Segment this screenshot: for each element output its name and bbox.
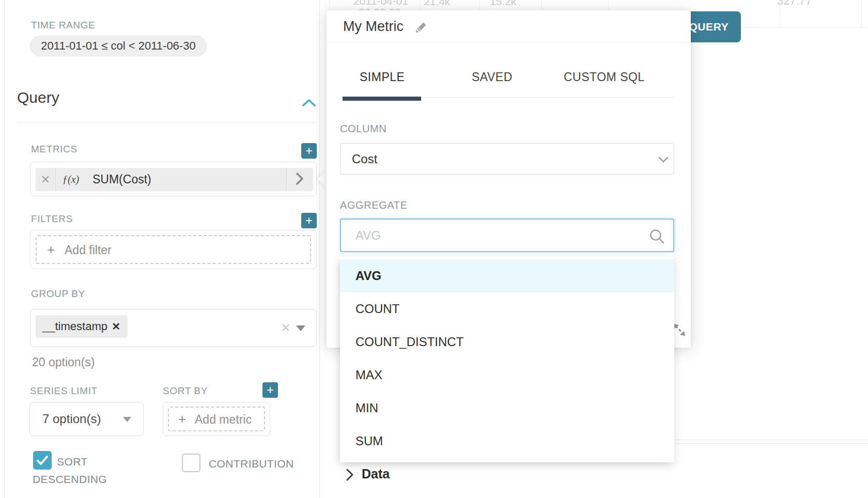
- group-by-label: GROUP BY: [31, 288, 85, 300]
- time-range-label: TIME RANGE: [31, 20, 95, 31]
- aggregate-label: AGGREGATE: [340, 199, 408, 211]
- metrics-container: ✕ ƒ(x) SUM(Cost): [30, 162, 317, 196]
- group-by-options-count: 20 option(s): [32, 355, 95, 369]
- table-cell: 327.77: [777, 0, 812, 8]
- metrics-label: METRICS: [31, 144, 78, 155]
- active-tab-indicator: [343, 97, 421, 101]
- table-gridline: [479, 0, 480, 10]
- sort-descending-label-line2: DESCENDING: [33, 473, 107, 486]
- contribution-label: CONTRIBUTION: [209, 458, 294, 470]
- table-gridline: [541, 0, 542, 10]
- add-filter-label: Add filter: [65, 243, 112, 257]
- resize-diagonal-icon: [672, 322, 687, 337]
- clear-select-icon[interactable]: ✕: [276, 309, 295, 347]
- group-by-tag: __timestamp ✕: [36, 315, 128, 338]
- add-metric-label: Add metric: [195, 413, 252, 427]
- plus-icon: +: [47, 242, 55, 258]
- popover-title: My Metric: [343, 19, 404, 35]
- data-panel-border: [675, 443, 868, 444]
- series-limit-label: SERIES LIMIT: [30, 385, 98, 397]
- filters-container: + Add filter: [30, 230, 317, 269]
- pill-divider: [55, 168, 56, 191]
- add-filter-plus-button[interactable]: +: [301, 213, 317, 228]
- search-icon: [648, 227, 667, 246]
- tab-custom-sql[interactable]: CUSTOM SQL: [564, 70, 645, 84]
- series-limit-value: 7 option(s): [42, 402, 101, 435]
- chevron-right-icon: [345, 468, 354, 482]
- plus-icon: +: [178, 411, 186, 427]
- column-select[interactable]: Cost: [340, 143, 674, 175]
- panel-left-border: [4, 0, 5, 498]
- option-max[interactable]: MAX: [340, 359, 674, 392]
- table-gridline: [329, 0, 330, 10]
- series-limit-select[interactable]: 7 option(s): [29, 402, 144, 436]
- metric-name: SUM(Cost): [92, 168, 151, 191]
- chevron-right-icon: [294, 172, 305, 186]
- add-metric-button[interactable]: +: [301, 143, 317, 159]
- sort-by-label: SORT BY: [163, 385, 208, 397]
- table-cell: 15.2k: [490, 0, 516, 8]
- group-by-select[interactable]: __timestamp ✕ ✕: [30, 309, 317, 347]
- metric-expand-button[interactable]: [290, 168, 309, 191]
- tab-saved[interactable]: SAVED: [472, 70, 513, 84]
- time-range-pill[interactable]: 2011-01-01 ≤ col < 2011-06-30: [30, 36, 207, 56]
- option-min[interactable]: MIN: [340, 392, 674, 425]
- table-gridline: [420, 0, 420, 10]
- data-section-label[interactable]: Data: [362, 466, 390, 481]
- add-sort-metric-button[interactable]: +: [262, 382, 278, 398]
- sort-by-container: + Add metric: [163, 402, 270, 436]
- query-collapse-button[interactable]: [302, 98, 316, 110]
- query-section-title: Query: [17, 89, 59, 106]
- caret-down-icon[interactable]: [296, 325, 305, 331]
- option-avg[interactable]: AVG: [340, 259, 674, 292]
- remove-metric-icon[interactable]: ✕: [36, 168, 55, 191]
- function-icon: ƒ(x): [63, 168, 79, 191]
- column-select-value: Cost: [352, 144, 377, 174]
- pencil-icon: [414, 21, 428, 35]
- edit-title-button[interactable]: [414, 21, 428, 37]
- tab-simple[interactable]: SIMPLE: [360, 70, 405, 84]
- aggregate-dropdown-menu: AVG COUNT COUNT_DISTINCT MAX MIN SUM: [340, 257, 674, 462]
- chevron-down-icon: [658, 156, 669, 163]
- column-label: COLUMN: [340, 123, 386, 135]
- table-gridline: [608, 0, 609, 11]
- caret-down-icon: [123, 417, 131, 422]
- remove-tag-icon[interactable]: ✕: [110, 315, 122, 338]
- metric-pill[interactable]: ✕ ƒ(x) SUM(Cost): [36, 168, 313, 191]
- explore-page: 2011-04-01 00:00:00 21.4k 15.2k 327.77 R…: [0, 0, 868, 498]
- table-gridline: [861, 0, 862, 27]
- aggregate-input[interactable]: [340, 219, 674, 252]
- add-filter-dropzone[interactable]: + Add filter: [36, 235, 311, 264]
- data-section-toggle[interactable]: [345, 468, 354, 484]
- sort-descending-label-line1: SORT: [57, 456, 88, 468]
- option-count[interactable]: COUNT: [340, 292, 674, 325]
- add-sort-metric-dropzone[interactable]: + Add metric: [168, 407, 265, 431]
- check-icon: [33, 451, 52, 470]
- option-sum[interactable]: SUM: [340, 425, 674, 458]
- panel-right-border: [319, 0, 320, 498]
- data-panel-border: [675, 440, 868, 440]
- group-by-tag-value: __timestamp: [42, 320, 107, 333]
- section-divider: [17, 122, 317, 123]
- filters-label: FILTERS: [31, 213, 73, 225]
- sort-descending-checkbox[interactable]: [33, 451, 52, 470]
- table-cell: 21.4k: [424, 0, 450, 8]
- pill-divider: [286, 168, 287, 191]
- contribution-checkbox[interactable]: [182, 454, 200, 472]
- chevron-up-icon: [302, 98, 316, 107]
- option-count-distinct[interactable]: COUNT_DISTINCT: [340, 325, 674, 359]
- popover-divider: [327, 42, 691, 42]
